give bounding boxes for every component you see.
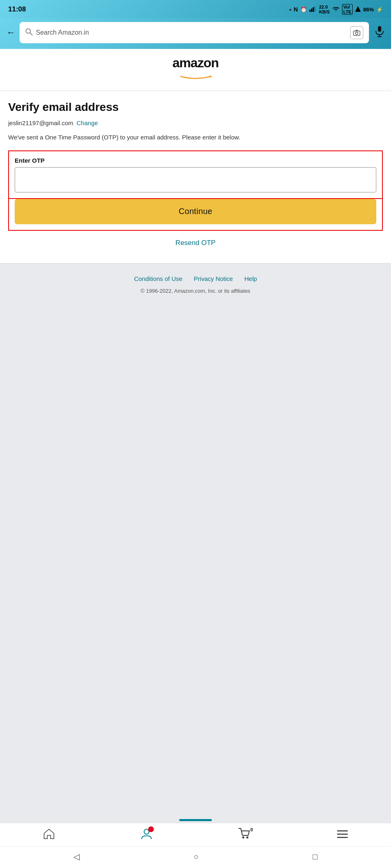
home-icon <box>43 828 55 842</box>
svg-rect-2 <box>313 7 314 12</box>
amazon-logo: amazon <box>172 55 218 84</box>
signal-strength-icon <box>355 6 361 13</box>
cart-nav-item[interactable]: 0 <box>238 828 251 842</box>
cart-icon <box>238 830 251 842</box>
android-back-button[interactable]: ◁ <box>73 852 80 861</box>
help-link[interactable]: Help <box>244 275 257 282</box>
otp-form-section: Enter OTP <box>8 150 383 199</box>
camera-search-icon[interactable] <box>350 26 363 39</box>
search-text: Search Amazon.in <box>36 29 347 36</box>
search-bar[interactable]: Search Amazon.in <box>20 22 369 43</box>
svg-rect-7 <box>353 31 360 35</box>
svg-rect-9 <box>378 26 381 32</box>
conditions-of-use-link[interactable]: Conditions of Use <box>134 275 182 282</box>
svg-point-8 <box>355 32 358 35</box>
svg-marker-4 <box>355 6 361 12</box>
resend-otp-link[interactable]: Resend OTP <box>176 239 215 247</box>
amazon-smile-arrow <box>172 69 218 84</box>
notification-dot: • <box>289 7 291 13</box>
otp-description: We've sent a One Time Password (OTP) to … <box>8 133 383 142</box>
continue-button[interactable]: Continue <box>15 199 376 224</box>
status-time: 11:08 <box>8 5 26 13</box>
menu-nav-item[interactable] <box>337 829 348 841</box>
email-display: jeslin21197@gmail.com <box>8 119 73 126</box>
android-nav: ◁ ○ □ <box>0 846 391 868</box>
svg-rect-1 <box>311 9 312 12</box>
hamburger-icon <box>337 829 348 841</box>
data-speed: 22.0KB/S <box>319 4 330 14</box>
svg-rect-3 <box>314 6 315 12</box>
nfc-icon: N <box>294 6 298 13</box>
charging-icon: ⚡ <box>376 7 383 13</box>
otp-input[interactable] <box>15 167 376 192</box>
resend-otp-row: Resend OTP <box>8 231 383 254</box>
battery-level: 86% <box>363 7 374 13</box>
email-row: jeslin21197@gmail.com Change <box>8 119 383 126</box>
profile-nav-item[interactable] <box>141 828 152 842</box>
privacy-notice-link[interactable]: Privacy Notice <box>194 275 233 282</box>
amazon-header: amazon <box>0 49 391 91</box>
continue-button-section: Continue <box>8 199 383 231</box>
search-icon <box>25 28 33 38</box>
profile-badge <box>148 826 154 832</box>
change-email-link[interactable]: Change <box>76 119 98 126</box>
scroll-indicator <box>0 817 391 823</box>
otp-label: Enter OTP <box>15 157 376 164</box>
alarm-icon: ⏰ <box>300 7 307 13</box>
signal-icon <box>309 6 317 13</box>
page-body: Verify email address jeslin21197@gmail.c… <box>0 91 391 263</box>
gray-spacer <box>0 304 391 817</box>
svg-point-14 <box>242 837 244 839</box>
home-nav-item[interactable] <box>43 828 55 842</box>
mic-icon[interactable] <box>375 26 384 40</box>
amazon-logo-text: amazon <box>172 55 218 84</box>
main-content: amazon Verify email address jeslin21197@… <box>0 49 391 868</box>
status-bar: 11:08 • N ⏰ 22.0KB/S VolLTE 8 <box>0 0 391 18</box>
svg-point-15 <box>246 837 248 839</box>
cart-count: 0 <box>250 827 253 832</box>
status-icons: • N ⏰ 22.0KB/S VolLTE 86% ⚡ <box>289 4 383 15</box>
wifi-icon <box>332 6 340 13</box>
browser-bar: ← Search Amazon.in <box>0 18 391 49</box>
footer-copyright: © 1996-2022, Amazon.com, Inc. or its aff… <box>8 288 383 294</box>
footer-section: Conditions of Use Privacy Notice Help © … <box>0 263 391 304</box>
svg-rect-0 <box>309 10 311 12</box>
svg-line-6 <box>30 33 32 35</box>
android-recent-button[interactable]: □ <box>313 852 318 861</box>
bottom-nav: 0 <box>0 823 391 846</box>
footer-links: Conditions of Use Privacy Notice Help <box>8 275 383 282</box>
lte-icon: VolLTE <box>342 4 353 15</box>
scroll-bar <box>179 819 212 821</box>
page-title: Verify email address <box>8 101 383 114</box>
android-home-button[interactable]: ○ <box>193 852 198 861</box>
back-button[interactable]: ← <box>7 27 16 38</box>
svg-marker-12 <box>210 75 212 77</box>
